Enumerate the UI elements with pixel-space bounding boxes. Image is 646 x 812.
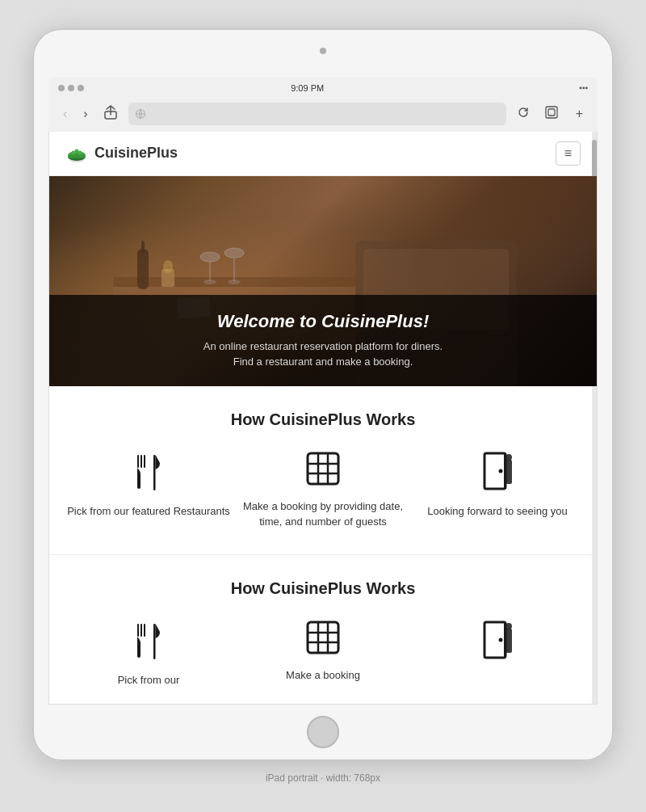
svg-point-10 xyxy=(69,158,84,162)
svg-point-15 xyxy=(203,280,216,284)
how-title-2: How CuisinePlus Works xyxy=(65,579,581,598)
how-title-1: How CuisinePlus Works xyxy=(65,410,581,429)
svg-point-51 xyxy=(499,637,503,642)
svg-point-53 xyxy=(505,623,512,629)
browser-content: CuisinePlus ≡ xyxy=(48,132,598,705)
step-5-text: Make a booking xyxy=(286,667,360,684)
steps-row-2: Pick from our Make a boo xyxy=(65,621,581,688)
browser-chrome: 9:09 PM ▪▪▪ ‹ › xyxy=(48,77,598,705)
logo-text: CuisinePlus xyxy=(94,145,178,162)
browser-extra-icons: + xyxy=(540,104,588,124)
svg-rect-28 xyxy=(144,455,145,468)
svg-point-9 xyxy=(78,150,82,154)
svg-rect-30 xyxy=(308,453,338,484)
svg-rect-4 xyxy=(548,109,555,116)
door-icon-2 xyxy=(481,621,514,664)
browser-time: 9:09 PM xyxy=(48,83,573,93)
hero-section: Welcome to CuisinePlus! An online restau… xyxy=(49,176,597,386)
svg-rect-44 xyxy=(308,622,338,653)
step-item-5: Make a booking xyxy=(240,621,406,684)
hero-title: Welcome to CuisinePlus! xyxy=(65,311,581,332)
fork-knife-icon xyxy=(132,452,165,495)
step-item-1: Pick from our featured Restaurants xyxy=(65,452,232,520)
ipad-label: iPad portrait · width: 768px xyxy=(266,772,380,784)
step-item-4: Pick from our xyxy=(65,621,232,688)
ipad-frame: 9:09 PM ▪▪▪ ‹ › xyxy=(32,28,614,762)
logo-area: CuisinePlus xyxy=(65,142,178,165)
new-tab-button[interactable]: + xyxy=(571,104,588,124)
door-icon xyxy=(481,452,514,495)
svg-rect-3 xyxy=(546,107,557,118)
table-grid-icon-2 xyxy=(306,621,340,659)
back-button[interactable]: ‹ xyxy=(58,105,72,123)
step-3-text: Looking forward to seeing you xyxy=(427,503,567,520)
svg-rect-41 xyxy=(141,624,142,637)
browser-nav-bar: ‹ › xyxy=(48,98,598,132)
svg-point-20 xyxy=(163,260,173,273)
address-bar[interactable] xyxy=(128,103,506,125)
svg-point-39 xyxy=(505,454,512,461)
svg-rect-25 xyxy=(141,241,145,253)
how-section-2: How CuisinePlus Works xyxy=(49,554,597,705)
step-4-text: Pick from our xyxy=(118,672,180,688)
site-header: CuisinePlus ≡ xyxy=(49,132,597,176)
step-item-6 xyxy=(414,621,581,672)
svg-rect-52 xyxy=(505,629,512,653)
logo-icon xyxy=(65,142,88,165)
table-grid-icon xyxy=(306,452,340,490)
svg-rect-24 xyxy=(137,249,149,289)
share-button[interactable] xyxy=(99,103,122,124)
fork-knife-icon-2 xyxy=(132,621,165,664)
battery-indicator: ▪▪▪ xyxy=(579,83,588,92)
svg-point-16 xyxy=(224,248,244,258)
svg-point-37 xyxy=(499,469,503,473)
hero-overlay: Welcome to CuisinePlus! An online restau… xyxy=(49,295,597,386)
step-1-text: Pick from our featured Restaurants xyxy=(67,503,230,520)
svg-point-13 xyxy=(200,252,220,262)
svg-rect-38 xyxy=(505,460,512,484)
steps-row-1: Pick from our featured Restaurants xyxy=(65,452,581,530)
svg-rect-43 xyxy=(153,624,156,659)
forward-button[interactable]: › xyxy=(78,105,92,123)
browser-top-bar: 9:09 PM ▪▪▪ xyxy=(48,77,598,98)
svg-point-18 xyxy=(228,280,241,284)
hero-subtitle: An online restaurant reservation platfor… xyxy=(65,339,581,370)
svg-rect-40 xyxy=(137,624,139,637)
tabs-button[interactable] xyxy=(540,104,563,124)
svg-rect-29 xyxy=(153,455,156,490)
svg-rect-27 xyxy=(141,455,142,468)
reload-button[interactable] xyxy=(513,105,534,123)
hamburger-button[interactable]: ≡ xyxy=(556,141,581,166)
step-item-3: Looking forward to seeing you xyxy=(414,452,581,520)
how-section-1: How CuisinePlus Works xyxy=(49,386,597,554)
svg-rect-26 xyxy=(137,455,139,468)
step-2-text: Make a booking by providing date, time, … xyxy=(240,499,406,530)
step-item-2: Make a booking by providing date, time, … xyxy=(240,452,406,530)
svg-rect-42 xyxy=(144,624,145,637)
